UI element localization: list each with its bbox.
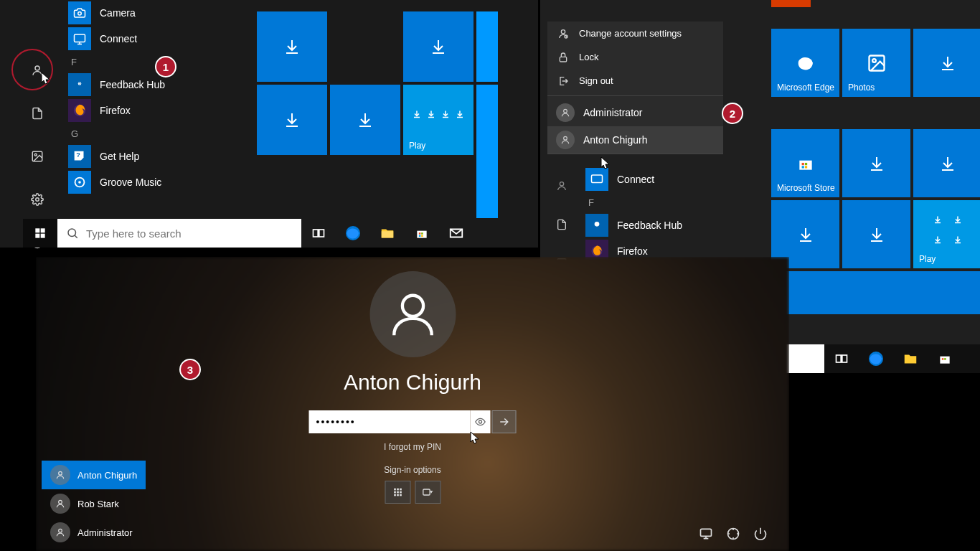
tile-download-c[interactable] <box>913 129 980 197</box>
app-gethelp[interactable]: ? Get Help <box>68 143 255 169</box>
tile-download-b[interactable] <box>842 129 910 197</box>
svg-rect-44 <box>592 175 603 183</box>
tile-download-1[interactable] <box>257 11 327 82</box>
login-center: Anton Chigurh I forgot my PIN Sign-in op… <box>309 271 517 504</box>
svg-point-70 <box>402 296 423 316</box>
tile-download-3[interactable] <box>257 85 327 155</box>
user-label: Anton Chigurh <box>583 134 648 146</box>
step-badge-2: 2 <box>722 103 743 124</box>
tile-partial-2[interactable] <box>476 85 498 218</box>
sign-out[interactable]: Sign out <box>547 69 723 93</box>
taskview-icon[interactable] <box>301 219 336 248</box>
login-screen: Anton Chigurh I forgot my PIN Sign-in op… <box>36 257 789 551</box>
app-camera[interactable]: Camera <box>68 0 255 26</box>
gethelp-icon: ? <box>68 145 91 168</box>
explorer-icon[interactable] <box>370 219 405 248</box>
forgot-pin-link[interactable]: I forgot my PIN <box>384 442 441 452</box>
feedback-icon <box>585 214 608 237</box>
explorer-icon[interactable] <box>893 344 928 373</box>
app-label: Feedback Hub <box>100 79 165 90</box>
power-icon[interactable] <box>753 527 768 541</box>
tile-row-bottom[interactable] <box>771 271 980 314</box>
documents-icon[interactable] <box>23 99 52 128</box>
svg-point-15 <box>78 181 81 184</box>
letter-header-g[interactable]: G <box>68 123 255 143</box>
svg-rect-79 <box>397 494 399 496</box>
app-connect[interactable]: Connect <box>585 166 758 192</box>
svg-rect-29 <box>382 231 394 237</box>
app-connect[interactable]: Connect <box>68 26 255 52</box>
settings-icon[interactable] <box>23 185 52 214</box>
edge-icon[interactable] <box>859 344 893 373</box>
svg-rect-75 <box>394 491 396 494</box>
password-option[interactable] <box>415 481 440 504</box>
svg-point-39 <box>560 182 563 186</box>
taskview-icon[interactable] <box>824 344 859 373</box>
tile-download-e[interactable] <box>842 200 910 268</box>
tile-play[interactable]: Play <box>403 85 473 155</box>
tile-office-partial[interactable] <box>771 0 811 7</box>
svg-point-71 <box>479 420 482 423</box>
svg-rect-33 <box>421 235 423 237</box>
tile-download-a[interactable] <box>913 29 980 97</box>
lock[interactable]: Lock <box>547 45 723 69</box>
download-icon <box>430 38 447 55</box>
user-icon[interactable] <box>547 174 576 197</box>
login-avatar <box>369 271 456 357</box>
svg-rect-66 <box>842 355 847 362</box>
tile-store-2[interactable]: Microsoft Store <box>771 129 839 197</box>
app-groove[interactable]: Groove Music <box>68 169 255 195</box>
settings-small-icon <box>557 28 569 39</box>
app-feedback[interactable]: Feedback Hub <box>585 212 758 238</box>
tile-download-2[interactable] <box>403 11 473 82</box>
login-user-rob[interactable]: Rob Stark <box>42 489 146 518</box>
connect-icon <box>585 168 608 191</box>
user-anton[interactable]: Anton Chigurh <box>547 126 723 154</box>
change-account-settings[interactable]: Change account settings <box>547 22 723 45</box>
avatar-icon <box>50 522 70 542</box>
svg-rect-77 <box>400 491 402 494</box>
groove-icon <box>68 171 91 194</box>
svg-rect-22 <box>35 234 39 238</box>
tile-download-4[interactable] <box>330 85 400 155</box>
documents-icon[interactable] <box>547 213 576 236</box>
reveal-password[interactable] <box>471 410 491 433</box>
ease-of-access-icon[interactable] <box>726 527 740 541</box>
app-list: Camera Connect F ? Feedback Hub Firefox … <box>68 0 255 195</box>
svg-point-37 <box>564 109 567 113</box>
svg-rect-57 <box>801 166 804 168</box>
store-taskbar-icon[interactable] <box>928 344 962 373</box>
svg-rect-81 <box>423 489 429 495</box>
app-firefox[interactable]: Firefox <box>68 98 255 123</box>
tile-label: Microsoft Edge <box>777 83 834 93</box>
tile-photos[interactable]: Photos <box>842 29 910 97</box>
tile-partial[interactable] <box>476 11 498 82</box>
network-icon[interactable] <box>699 527 713 541</box>
search-input[interactable] <box>86 227 293 240</box>
divider <box>547 95 723 96</box>
login-user-admin[interactable]: Administrator <box>42 518 146 547</box>
svg-point-82 <box>59 471 62 475</box>
password-input[interactable] <box>309 410 471 433</box>
cursor-icon <box>600 156 611 171</box>
edge-icon[interactable] <box>336 219 370 248</box>
avatar-icon <box>556 103 575 122</box>
app-label: Connect <box>100 33 137 44</box>
submit-button[interactable] <box>492 410 517 433</box>
search-box[interactable] <box>57 219 301 248</box>
mail-icon[interactable] <box>439 219 473 248</box>
letter-header-f[interactable]: F <box>585 192 758 212</box>
tile-play-2[interactable]: Play <box>913 200 980 268</box>
pictures-icon[interactable] <box>23 142 52 171</box>
store-taskbar-icon[interactable] <box>405 219 439 248</box>
tile-edge[interactable]: Microsoft Edge <box>771 29 839 97</box>
pin-option[interactable] <box>385 481 410 504</box>
login-user-anton[interactable]: Anton Chigurh <box>42 461 146 489</box>
tile-label: Photos <box>848 83 875 93</box>
user-administrator[interactable]: Administrator <box>547 99 723 126</box>
start-button[interactable] <box>23 219 57 248</box>
login-bottom-icons <box>699 527 768 541</box>
login-username: Anton Chigurh <box>344 370 481 395</box>
svg-point-46 <box>595 222 600 227</box>
svg-rect-69 <box>944 358 946 360</box>
